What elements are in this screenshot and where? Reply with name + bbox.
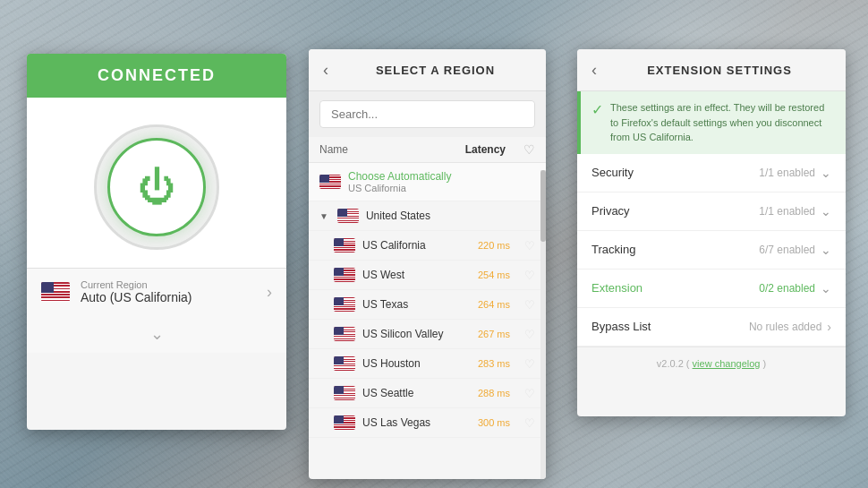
- setting-label-4: Bypass List: [591, 320, 749, 333]
- latency-5: 288 ms: [474, 388, 510, 398]
- latency-0: 220 ms: [474, 240, 510, 251]
- favorite-icon-0[interactable]: ♡: [524, 239, 535, 253]
- flag-region-6: [334, 415, 355, 430]
- setting-value-4: No rules added: [749, 321, 821, 333]
- setting-label-1: Privacy: [591, 204, 759, 218]
- setting-value-2: 6/7 enabled: [759, 244, 815, 256]
- latency-6: 300 ms: [474, 417, 510, 428]
- chevron-down-icon: ⌄: [821, 204, 831, 218]
- vpn-status-header: CONNECTED: [27, 54, 286, 98]
- search-input[interactable]: [319, 100, 535, 128]
- region-items-container: US California 220 ms ♡ US West 254 ms ♡: [309, 231, 546, 438]
- region-name-4: US Houston: [362, 357, 467, 370]
- region-panel-title: SELECT A REGION: [339, 64, 532, 77]
- chevron-down-icon: ⌄: [821, 166, 831, 180]
- settings-item-privacy[interactable]: Privacy 1/1 enabled ⌄: [577, 193, 846, 231]
- region-name-6: US Las Vegas: [362, 416, 467, 429]
- chevron-down-icon: ⌄: [821, 281, 831, 295]
- region-item[interactable]: US Seattle 288 ms ♡: [309, 379, 546, 408]
- region-item[interactable]: US Las Vegas 300 ms ♡: [309, 408, 546, 438]
- setting-value-3: 0/2 enabled: [759, 282, 815, 295]
- vpn-status-text: CONNECTED: [98, 66, 216, 84]
- setting-label-0: Security: [591, 166, 759, 179]
- latency-3: 267 ms: [474, 329, 510, 339]
- vpn-bottom: ⌄: [27, 315, 286, 353]
- info-banner: ✓ These settings are in effect. They wil…: [577, 91, 846, 154]
- region-label: Current Region: [81, 279, 256, 290]
- region-name: Auto (US California): [81, 290, 256, 304]
- region-list: Choose Automatically US California ▼ Uni…: [309, 163, 546, 472]
- setting-label-2: Tracking: [591, 243, 759, 256]
- region-select-panel: ‹ SELECT A REGION Name Latency ♡ Choose …: [309, 49, 546, 479]
- region-item[interactable]: US Texas 264 ms ♡: [309, 290, 546, 320]
- column-name-header: Name: [319, 143, 465, 156]
- search-container: [309, 91, 546, 137]
- settings-footer: v2.0.2 ( view changelog ): [577, 347, 846, 380]
- favorite-icon-6[interactable]: ♡: [524, 416, 535, 430]
- favorite-icon-2[interactable]: ♡: [524, 298, 535, 312]
- vpn-region-selector[interactable]: Current Region Auto (US California) ›: [27, 268, 286, 315]
- settings-item-tracking[interactable]: Tracking 6/7 enabled ⌄: [577, 231, 846, 270]
- parent-region-name: United States: [366, 210, 535, 222]
- expand-icon: ▼: [319, 211, 328, 221]
- check-circle-icon: ✓: [591, 101, 603, 118]
- settings-panel-title: EXTENSION SETTINGS: [608, 64, 831, 77]
- flag-us-parent: [337, 209, 359, 223]
- region-name-3: US Silicon Valley: [362, 328, 467, 340]
- favorite-icon-3[interactable]: ♡: [524, 328, 535, 341]
- settings-item-extension[interactable]: Extension 0/2 enabled ⌄: [577, 270, 846, 308]
- settings-item-bypass list[interactable]: Bypass List No rules added ›: [577, 308, 846, 347]
- flag-region-0: [334, 238, 355, 253]
- region-name-5: US Seattle: [362, 387, 467, 399]
- region-header: ‹ SELECT A REGION: [309, 49, 546, 91]
- latency-4: 283 ms: [474, 358, 510, 369]
- flag-region-5: [334, 386, 355, 400]
- settings-item-security[interactable]: Security 1/1 enabled ⌄: [577, 154, 846, 193]
- setting-value-0: 1/1 enabled: [759, 167, 815, 179]
- vpn-body: ⏻: [27, 98, 286, 268]
- settings-items-container: Security 1/1 enabled ⌄ Privacy 1/1 enabl…: [577, 154, 846, 347]
- region-name-0: US California: [362, 239, 467, 252]
- latency-2: 264 ms: [474, 299, 510, 310]
- scrollbar-track[interactable]: [540, 170, 546, 479]
- latency-1: 254 ms: [474, 270, 510, 280]
- flag-region-2: [334, 297, 355, 312]
- favorite-icon-4[interactable]: ♡: [524, 357, 535, 371]
- parent-region-item[interactable]: ▼ United States: [309, 201, 546, 231]
- settings-back-button[interactable]: ‹: [591, 62, 597, 78]
- region-item[interactable]: US Houston 283 ms ♡: [309, 349, 546, 379]
- scrollbar-thumb[interactable]: [540, 170, 546, 242]
- power-button-outer[interactable]: ⏻: [94, 124, 219, 250]
- region-name-2: US Texas: [362, 298, 467, 311]
- choose-auto-item[interactable]: Choose Automatically US California: [309, 163, 546, 201]
- region-item[interactable]: US California 220 ms ♡: [309, 231, 546, 261]
- back-button[interactable]: ‹: [323, 62, 328, 78]
- version-text: v2.0.2: [657, 358, 684, 369]
- column-latency-header: Latency: [465, 143, 506, 156]
- favorite-icon-5[interactable]: ♡: [524, 387, 535, 400]
- flag-region-1: [334, 268, 355, 282]
- flag-us: [41, 282, 70, 302]
- vpn-status-panel: CONNECTED ⏻ Current Region Auto (US Cali…: [27, 54, 286, 430]
- choose-auto-sub: US California: [348, 183, 535, 193]
- chevron-down-icon: ⌄: [821, 243, 831, 257]
- flag-region-3: [334, 327, 355, 341]
- favorite-icon-1[interactable]: ♡: [524, 269, 535, 282]
- chevron-right-icon: ›: [267, 283, 272, 302]
- info-banner-text: These settings are in effect. They will …: [610, 100, 835, 145]
- setting-value-1: 1/1 enabled: [759, 205, 815, 218]
- setting-label-3: Extension: [591, 281, 759, 295]
- region-item[interactable]: US Silicon Valley 267 ms ♡: [309, 320, 546, 349]
- flag-auto: [319, 175, 341, 189]
- region-name-1: US West: [362, 269, 467, 281]
- chevron-down-icon: ⌄: [150, 324, 164, 344]
- choose-auto-label: Choose Automatically: [348, 170, 535, 183]
- flag-region-4: [334, 356, 355, 371]
- power-button-inner[interactable]: ⏻: [107, 138, 206, 236]
- changelog-link[interactable]: view changelog: [693, 358, 761, 369]
- chevron-right-icon: ›: [827, 320, 831, 334]
- region-table-header: Name Latency ♡: [309, 137, 546, 163]
- region-item[interactable]: US West 254 ms ♡: [309, 261, 546, 290]
- power-icon[interactable]: ⏻: [138, 168, 175, 206]
- settings-panel: ‹ EXTENSION SETTINGS ✓ These settings ar…: [577, 49, 846, 416]
